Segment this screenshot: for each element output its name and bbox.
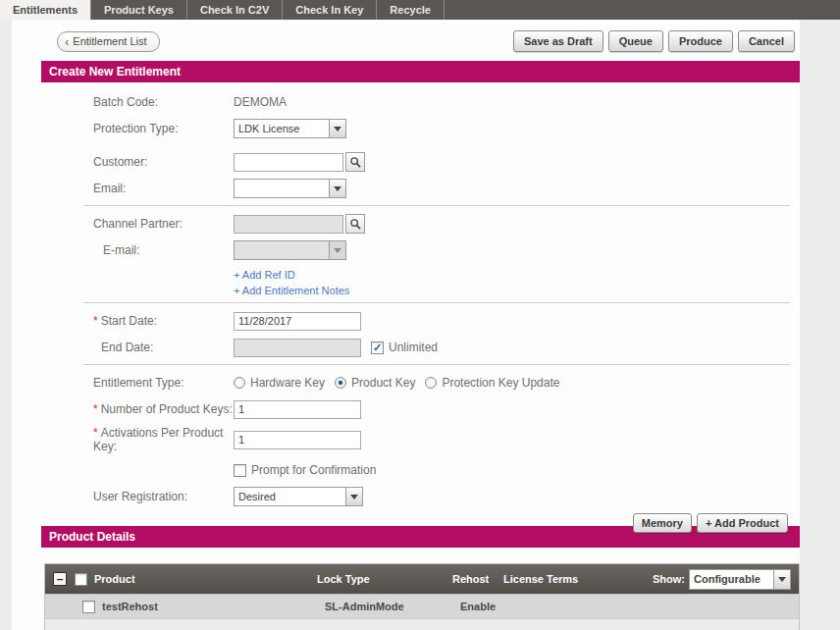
top-action-buttons: Save as Draft Queue Produce Cancel	[513, 30, 795, 52]
dropdown-arrow-icon[interactable]	[773, 570, 790, 589]
page: Entitlements Product Keys Check In C2V C…	[0, 0, 840, 630]
batch-code-label: Batch Code:	[93, 95, 234, 109]
form-links: + Add Ref ID + Add Entitlement Notes	[93, 267, 800, 298]
top-toolbar: ‹ Entitlement List Save as Draft Queue P…	[12, 20, 800, 61]
section-divider	[83, 302, 790, 303]
required-asterisk: *	[93, 314, 98, 328]
customer-input[interactable]	[234, 153, 343, 172]
email-row: Email:	[93, 179, 800, 198]
number-of-product-keys-label: *Number of Product Keys:	[93, 402, 234, 416]
protection-type-label: Protection Type:	[93, 122, 234, 135]
channel-email-select	[234, 240, 346, 260]
entitlement-list-back-button[interactable]: ‹ Entitlement List	[57, 31, 160, 52]
section-divider	[83, 364, 790, 365]
add-entitlement-notes-link[interactable]: + Add Entitlement Notes	[234, 285, 349, 296]
activations-per-product-key-input[interactable]: 1	[234, 431, 361, 449]
cancel-button[interactable]: Cancel	[738, 30, 795, 52]
section-divider	[83, 205, 790, 206]
email-label: Email:	[93, 182, 234, 195]
start-date-row: *Start Date: 11/28/2017	[93, 311, 800, 331]
number-of-product-keys-input[interactable]: 1	[234, 400, 361, 419]
activations-per-product-key-row: *Activations Per Product Key: 1	[93, 426, 800, 453]
user-registration-select[interactable]: Desired	[234, 487, 363, 506]
memory-button[interactable]: Memory	[633, 513, 692, 533]
column-header-rehost: Rehost	[452, 573, 503, 585]
tab-check-in-c2v[interactable]: Check In C2V	[187, 0, 283, 20]
tab-check-in-key[interactable]: Check In Key	[283, 0, 377, 20]
protection-type-row: Protection Type: LDK License	[93, 119, 800, 138]
required-asterisk: *	[93, 426, 98, 440]
start-date-label: *Start Date:	[93, 314, 234, 328]
customer-label: Customer:	[93, 155, 234, 169]
user-registration-row: User Registration: Desired	[93, 487, 800, 506]
cell-product: testRehost	[102, 601, 325, 612]
end-date-input	[234, 339, 361, 357]
protection-type-select[interactable]: LDK License	[234, 119, 346, 138]
show-label: Show:	[653, 573, 685, 585]
entitlement-list-back-label: Entitlement List	[73, 35, 146, 47]
user-registration-label: User Registration:	[93, 490, 234, 503]
batch-code-value: DEMOMA	[234, 95, 287, 109]
product-table: – Product Lock Type Rehost License Terms…	[44, 563, 800, 630]
show-filter-group: Show: Configurable	[653, 569, 791, 590]
radio-product-key[interactable]	[335, 377, 346, 389]
content-panel: ‹ Entitlement List Save as Draft Queue P…	[12, 20, 800, 630]
end-date-label: End Date:	[93, 341, 234, 354]
create-new-entitlement-header: Create New Entitlement	[41, 61, 800, 82]
entitlement-type-label: Entitlement Type:	[93, 376, 234, 390]
cell-rehost: Enable	[460, 601, 511, 612]
email-select[interactable]	[234, 179, 346, 198]
channel-email-value	[235, 241, 329, 259]
unlimited-label: Unlimited	[389, 341, 438, 354]
row-checkbox[interactable]	[82, 601, 95, 613]
radio-hardware-key-label: Hardware Key	[250, 376, 325, 390]
dropdown-arrow-icon[interactable]	[329, 120, 345, 137]
prompt-for-confirmation-label: Prompt for Confirmation	[251, 463, 376, 477]
tab-entitlements[interactable]: Entitlements	[0, 0, 91, 20]
customer-row: Customer:	[93, 152, 800, 172]
tab-product-keys[interactable]: Product Keys	[91, 0, 187, 20]
cell-lock-type: SL-AdminMode	[325, 601, 460, 612]
end-date-row: End Date: ✓ Unlimited	[93, 338, 800, 357]
channel-email-row: E-mail:	[93, 240, 800, 260]
start-date-input[interactable]: 11/28/2017	[234, 312, 361, 331]
queue-button[interactable]: Queue	[608, 30, 663, 52]
dropdown-arrow-icon	[329, 241, 345, 259]
search-icon	[349, 156, 362, 169]
tab-recycle[interactable]: Recycle	[377, 0, 445, 20]
email-value	[235, 180, 329, 197]
column-header-product: Product	[94, 573, 317, 585]
select-all-checkbox[interactable]	[75, 573, 87, 586]
channel-partner-label: Channel Partner:	[93, 217, 234, 231]
protection-type-value: LDK License	[235, 120, 329, 137]
number-of-product-keys-row: *Number of Product Keys: 1	[93, 399, 800, 419]
radio-protection-key-update[interactable]	[425, 377, 437, 389]
channel-email-label: E-mail:	[103, 243, 234, 257]
prompt-for-confirmation-row: Prompt for Confirmation	[93, 460, 800, 480]
show-value: Configurable	[690, 570, 773, 589]
entitlement-form: Batch Code: DEMOMA Protection Type: LDK …	[12, 82, 800, 506]
radio-hardware-key[interactable]	[234, 377, 245, 389]
table-row[interactable]: testRehost SL-AdminMode Enable	[45, 594, 799, 618]
user-registration-value: Desired	[235, 488, 345, 505]
channel-partner-row: Channel Partner:	[93, 214, 800, 234]
produce-button[interactable]: Produce	[668, 30, 733, 52]
prompt-for-confirmation-checkbox[interactable]	[234, 464, 246, 477]
required-asterisk: *	[93, 402, 98, 416]
customer-search-button[interactable]	[345, 152, 365, 172]
add-product-button[interactable]: + Add Product	[697, 513, 788, 533]
save-as-draft-button[interactable]: Save as Draft	[513, 30, 604, 52]
show-select[interactable]: Configurable	[689, 569, 791, 590]
dropdown-arrow-icon[interactable]	[345, 488, 362, 505]
batch-code-row: Batch Code: DEMOMA	[93, 92, 800, 112]
channel-partner-input	[234, 215, 343, 234]
unlimited-checkbox[interactable]: ✓	[371, 341, 384, 354]
activations-per-product-key-label: *Activations Per Product Key:	[93, 426, 234, 453]
add-ref-id-link[interactable]: + Add Ref ID	[234, 269, 295, 281]
table-footer-strip	[45, 618, 799, 630]
channel-partner-search-button[interactable]	[345, 214, 365, 234]
collapse-minus-icon[interactable]: –	[53, 572, 67, 586]
dropdown-arrow-icon[interactable]	[329, 180, 345, 197]
search-icon	[349, 218, 362, 231]
entitlement-type-row: Entitlement Type: Hardware Key Product K…	[93, 373, 800, 393]
